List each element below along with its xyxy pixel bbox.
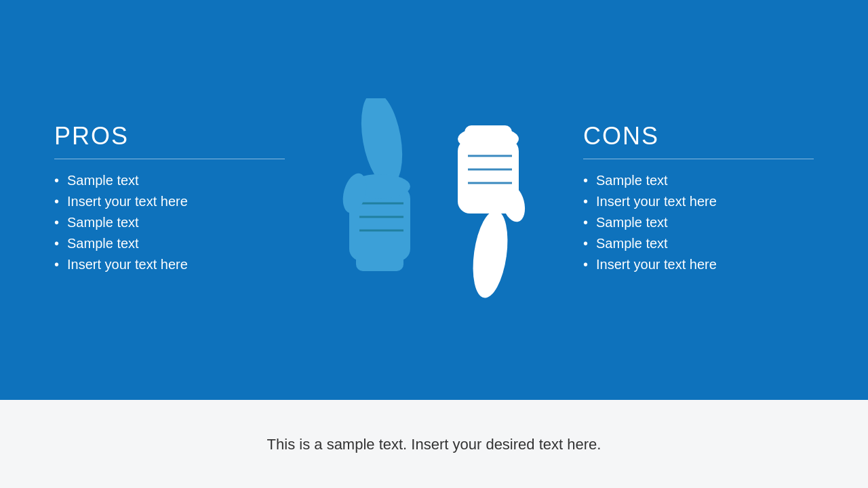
cons-item-3[interactable]: Sample text	[583, 215, 814, 230]
pros-item-1[interactable]: Sample text	[54, 173, 285, 188]
cons-item-4[interactable]: Sample text	[583, 236, 814, 251]
footer-text[interactable]: This is a sample text. Insert your desir…	[267, 433, 601, 455]
pros-item-5[interactable]: Insert your text here	[54, 257, 285, 272]
footer-section: This is a sample text. Insert your desir…	[0, 400, 868, 488]
thumbs-down-icon	[437, 98, 546, 302]
svg-point-14	[468, 208, 513, 300]
cons-item-5[interactable]: Insert your text here	[583, 257, 814, 272]
main-section: PROS Sample text Insert your text here S…	[0, 0, 868, 400]
pros-divider	[54, 159, 285, 159]
pros-item-2[interactable]: Insert your text here	[54, 194, 285, 209]
thumbs-up-icon	[322, 98, 431, 302]
svg-rect-10	[465, 125, 512, 146]
pros-item-4[interactable]: Sample text	[54, 236, 285, 251]
pros-section: PROS Sample text Insert your text here S…	[54, 122, 285, 278]
pros-title: PROS	[54, 122, 285, 150]
icons-center	[285, 98, 583, 302]
cons-list: Sample text Insert your text here Sample…	[583, 173, 814, 272]
cons-item-1[interactable]: Sample text	[583, 173, 814, 188]
cons-item-2[interactable]: Insert your text here	[583, 194, 814, 209]
cons-divider	[583, 159, 814, 159]
cons-title: CONS	[583, 122, 814, 150]
cons-section: CONS Sample text Insert your text here S…	[583, 122, 814, 278]
pros-item-3[interactable]: Sample text	[54, 215, 285, 230]
pros-list: Sample text Insert your text here Sample…	[54, 173, 285, 272]
svg-rect-3	[356, 251, 403, 271]
